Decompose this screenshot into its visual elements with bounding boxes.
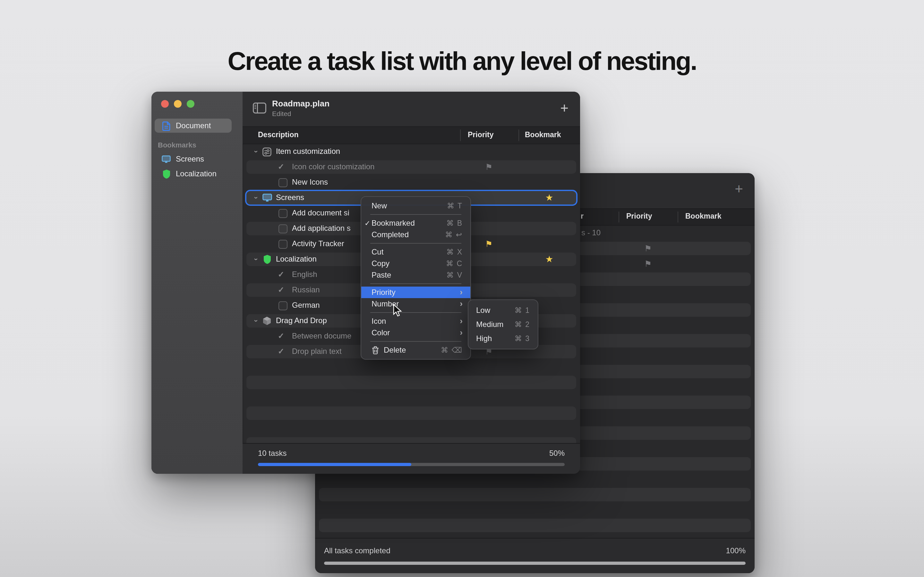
column-bookmark: Bookmark: [525, 131, 561, 139]
checkmark-icon[interactable]: ✓: [278, 160, 284, 174]
chevron-down-icon[interactable]: ›: [249, 256, 263, 263]
menu-item-label: New: [372, 201, 447, 210]
task-label: New Icons: [292, 176, 328, 189]
checkbox[interactable]: [278, 240, 288, 249]
menu-item-label: Color: [372, 328, 460, 337]
menu-item-label: Copy: [372, 259, 446, 268]
menu-item-label: Completed: [372, 230, 445, 239]
task-count: 10 tasks: [258, 449, 286, 458]
back-progress-percent: 100%: [726, 546, 746, 555]
add-task-icon[interactable]: +: [560, 101, 569, 115]
menu-item-label: Bookmarked: [372, 219, 446, 227]
menu-shortcut: ⌘ 3: [515, 334, 530, 343]
back-row: [319, 519, 751, 532]
empty-row: [246, 422, 576, 435]
menu-separator: [370, 214, 461, 215]
section-label-fragment: s - 10: [582, 226, 601, 240]
menu-item-icon[interactable]: Icon›: [361, 316, 470, 327]
menu-item-color[interactable]: Color›: [361, 327, 470, 338]
menu-item-copy[interactable]: Copy⌘ C: [361, 258, 470, 269]
column-priority: Priority: [468, 131, 494, 139]
section-label: Screens: [276, 191, 304, 205]
menu-item-bookmarked[interactable]: ✓Bookmarked⌘ B: [361, 218, 470, 229]
menu-item-cut[interactable]: Cut⌘ X: [361, 246, 470, 258]
close-button[interactable]: [161, 100, 169, 108]
priority-flag-icon: ⚑: [481, 160, 497, 174]
zoom-button[interactable]: [187, 100, 194, 108]
sidebar-item-screens[interactable]: Screens: [155, 152, 232, 166]
checkbox[interactable]: [278, 178, 288, 187]
sidebar-item-localization[interactable]: Localization: [155, 167, 232, 181]
menu-item-paste[interactable]: Paste⌘ V: [361, 269, 470, 281]
task-label: Activity Tracker: [292, 237, 344, 251]
submenu-item-label: Medium: [476, 320, 515, 329]
checkmark-icon[interactable]: ✓: [278, 268, 284, 282]
menu-shortcut: ⌘ T: [447, 201, 463, 210]
sidebar-item-document[interactable]: Document: [155, 119, 232, 133]
menu-shortcut: ⌘ B: [446, 219, 463, 227]
sliders-icon: [262, 147, 272, 157]
submenu-item-medium[interactable]: Medium⌘ 2: [468, 318, 538, 332]
chevron-down-icon[interactable]: ›: [249, 195, 263, 201]
shield-icon: [162, 169, 171, 179]
sidebar-item-label: Screens: [176, 155, 204, 163]
menu-item-completed[interactable]: Completed⌘ ↩: [361, 229, 470, 240]
column-divider: [619, 211, 619, 222]
checkmark-icon[interactable]: ✓: [278, 284, 284, 297]
menu-item-label: Delete: [384, 346, 441, 355]
sidebar-toggle-icon[interactable]: [253, 103, 266, 116]
task-row[interactable]: New Icons: [246, 176, 576, 189]
back-task-count: All tasks completed: [324, 546, 391, 555]
empty-row: [246, 360, 576, 374]
back-row: [319, 503, 751, 517]
stage: Create a task list with any level of nes…: [0, 0, 924, 577]
menu-shortcut: ⌘ ↩: [445, 230, 463, 239]
task-label: English: [292, 268, 317, 282]
traffic-lights: [161, 100, 194, 108]
context-menu: New⌘ T✓Bookmarked⌘ BCompleted⌘ ↩Cut⌘ XCo…: [360, 196, 471, 359]
back-column-priority: Priority: [626, 212, 652, 220]
menu-shortcut: ⌘ C: [446, 259, 463, 268]
checkmark-icon: ✓: [365, 219, 372, 227]
column-divider: [678, 211, 678, 222]
menu-item-delete[interactable]: Delete⌘ ⌫: [361, 344, 470, 356]
task-label: Between docume: [292, 330, 351, 343]
chevron-down-icon[interactable]: ›: [249, 318, 263, 324]
menu-separator: [370, 341, 461, 342]
sidebar: Document Bookmarks ScreensLocalization: [152, 92, 243, 474]
shield-icon: [262, 254, 272, 264]
section-label: Drag And Drop: [276, 314, 327, 327]
empty-row: [246, 391, 576, 405]
submenu-arrow-icon: ›: [460, 329, 463, 337]
add-task-icon[interactable]: +: [735, 182, 743, 196]
task-row[interactable]: ✓Icon color customization⚑: [246, 160, 576, 174]
menu-item-new[interactable]: New⌘ T: [361, 200, 470, 211]
section-label: Localization: [276, 253, 317, 266]
priority-submenu: Low⌘ 1Medium⌘ 2High⌘ 3: [468, 300, 538, 350]
checkbox[interactable]: [278, 224, 288, 234]
checkbox[interactable]: [278, 301, 288, 310]
bookmark-star-icon: ★: [541, 253, 557, 266]
back-row: [319, 488, 751, 501]
minimize-button[interactable]: [174, 100, 182, 108]
chevron-down-icon[interactable]: ›: [249, 148, 263, 155]
progress-percent: 50%: [549, 449, 565, 458]
checkmark-icon[interactable]: ✓: [278, 330, 284, 343]
checkbox[interactable]: [278, 209, 288, 218]
menu-shortcut: ⌘ 2: [515, 320, 530, 329]
menu-item-priority[interactable]: Priority›: [361, 287, 470, 298]
submenu-arrow-icon: ›: [460, 300, 463, 308]
front-titlebar: Roadmap.plan Edited +: [242, 92, 580, 126]
column-divider: [519, 129, 519, 141]
menu-item-number[interactable]: Number›: [361, 298, 470, 309]
task-row[interactable]: ›Item customization: [246, 145, 576, 158]
task-label: Russian: [292, 284, 320, 297]
checkmark-icon[interactable]: ✓: [278, 345, 284, 358]
submenu-item-low[interactable]: Low⌘ 1: [468, 303, 538, 318]
submenu-item-high[interactable]: High⌘ 3: [468, 332, 538, 346]
menu-separator: [370, 312, 461, 313]
menu-item-label: Icon: [372, 317, 460, 326]
document-status: Edited: [272, 110, 330, 117]
task-label: Add application s: [292, 222, 351, 235]
priority-flag-icon: ⚑: [640, 257, 656, 271]
